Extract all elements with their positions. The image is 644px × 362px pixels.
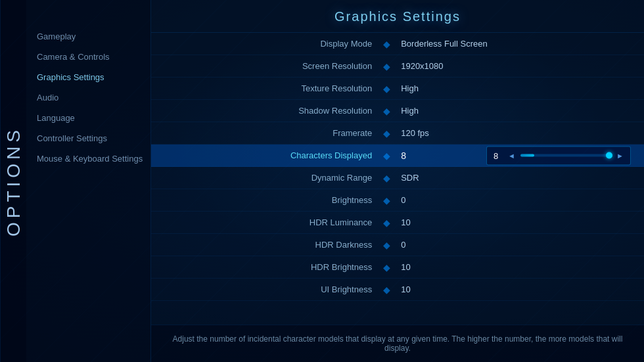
setting-row-1: Screen Resolution◆1920x1080 — [151, 55, 644, 78]
sidebar-item-audio[interactable]: Audio — [26, 87, 150, 108]
setting-value-7: 0 — [390, 195, 644, 205]
main-container: Options GameplayCamera & ControlsGraphic… — [0, 0, 644, 362]
setting-value-2: High — [390, 83, 644, 93]
sidebar-item-controller-settings[interactable]: Controller Settings — [26, 128, 150, 148]
sidebar-nav: GameplayCamera & ControlsGraphics Settin… — [26, 20, 150, 169]
setting-label-4: Framerate — [151, 128, 382, 138]
setting-row-3: Shadow Resolution◆High — [151, 100, 644, 122]
footer-text: Adjust the number of incidental characte… — [151, 325, 644, 362]
setting-row-9: HDR Darkness◆0 — [151, 234, 644, 256]
setting-row-6: Dynamic Range◆SDR — [151, 167, 644, 189]
setting-value-9: 0 — [390, 240, 644, 250]
setting-label-7: Brightness — [151, 195, 382, 205]
divider-7: ◆ — [382, 195, 390, 206]
divider-6: ◆ — [382, 173, 390, 183]
setting-value-8: 10 — [390, 217, 644, 227]
footer-description: Adjust the number of incidental characte… — [173, 334, 623, 353]
setting-label-10: HDR Brightness — [151, 262, 382, 272]
app-title: Options — [0, 0, 26, 362]
divider-5: ◆ — [382, 150, 390, 161]
setting-label-3: Shadow Resolution — [151, 106, 382, 116]
setting-value-1: 1920x1080 — [390, 61, 644, 71]
divider-3: ◆ — [382, 106, 390, 116]
setting-label-1: Screen Resolution — [151, 61, 382, 71]
setting-value-4: 120 fps — [390, 128, 644, 138]
setting-row-4: Framerate◆120 fps — [151, 122, 644, 145]
sidebar-item-camera-controls[interactable]: Camera & Controls — [26, 47, 150, 67]
slider-arrow-left[interactable]: ◄ — [508, 152, 515, 160]
slider-fill — [520, 154, 534, 157]
divider-8: ◆ — [382, 217, 390, 228]
slider-current-value: 8 — [494, 150, 503, 160]
page-title: Graphics Settings — [151, 0, 644, 33]
sidebar-item-gameplay[interactable]: Gameplay — [26, 26, 150, 47]
sidebar: Options GameplayCamera & ControlsGraphic… — [0, 0, 151, 362]
setting-label-2: Texture Resolution — [151, 83, 382, 93]
setting-row-2: Texture Resolution◆High — [151, 78, 644, 100]
setting-value-6: SDR — [390, 173, 644, 183]
setting-row-0: Display Mode◆Borderless Full Screen — [151, 33, 644, 55]
sidebar-item-mouse-keyboard[interactable]: Mouse & Keyboard Settings — [26, 148, 150, 169]
divider-0: ◆ — [382, 39, 390, 49]
setting-row-8: HDR Luminance◆10 — [151, 212, 644, 234]
slider-track[interactable] — [520, 154, 611, 157]
slider-thumb[interactable] — [606, 152, 612, 159]
setting-label-11: UI Brightness — [151, 284, 382, 294]
setting-value-11: 10 — [390, 284, 644, 294]
setting-label-5: Characters Displayed — [151, 150, 382, 160]
setting-label-0: Display Mode — [151, 39, 382, 49]
divider-4: ◆ — [382, 128, 390, 139]
sidebar-item-graphics-settings[interactable]: Graphics Settings — [26, 67, 150, 87]
setting-label-6: Dynamic Range — [151, 173, 382, 183]
sidebar-item-language[interactable]: Language — [26, 108, 150, 128]
slider-arrow-right[interactable]: ► — [616, 152, 624, 160]
divider-10: ◆ — [382, 262, 390, 273]
divider-1: ◆ — [382, 61, 390, 72]
setting-label-8: HDR Luminance — [151, 217, 382, 227]
divider-9: ◆ — [382, 240, 390, 250]
setting-row-7: Brightness◆0 — [151, 189, 644, 212]
setting-value-10: 10 — [390, 262, 644, 272]
setting-value-0: Borderless Full Screen — [390, 39, 644, 49]
setting-row-11: UI Brightness◆10 — [151, 279, 644, 301]
divider-2: ◆ — [382, 83, 390, 94]
setting-row-5[interactable]: Characters Displayed◆8 8 ◄ ► — [151, 145, 644, 167]
setting-row-10: HDR Brightness◆10 — [151, 256, 644, 279]
setting-label-9: HDR Darkness — [151, 240, 382, 250]
setting-value-3: High — [390, 106, 644, 116]
slider-popup[interactable]: 8 ◄ ► — [486, 146, 631, 165]
settings-table: Display Mode◆Borderless Full ScreenScree… — [151, 33, 644, 325]
divider-11: ◆ — [382, 284, 390, 295]
content-area: Graphics Settings Display Mode◆Borderles… — [151, 0, 644, 362]
